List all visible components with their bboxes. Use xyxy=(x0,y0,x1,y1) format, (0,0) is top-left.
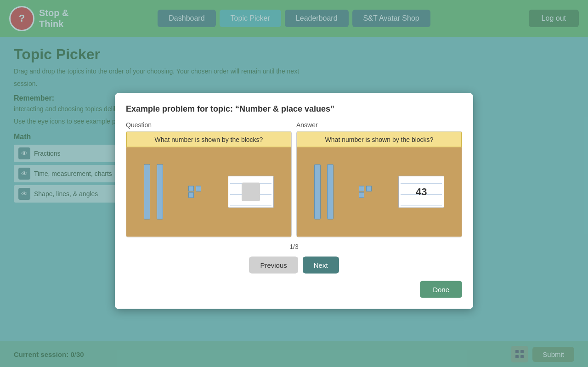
question-label: Question xyxy=(126,121,292,128)
answer-label: Answer xyxy=(296,121,462,128)
block-tall-1 xyxy=(144,164,150,220)
block-unit xyxy=(196,186,201,192)
answer-value-lines: 43 xyxy=(401,178,442,206)
block-unit xyxy=(359,186,364,192)
answer-content: 43 xyxy=(297,147,462,237)
blocks-left-group xyxy=(144,164,163,220)
question-panel-wrapper: Question What number is shown by the blo… xyxy=(126,121,292,237)
block-tall-2 xyxy=(157,164,163,220)
block-tall-4 xyxy=(327,164,334,220)
block-unit xyxy=(188,192,194,198)
question-panel: What number is shown by the blocks? xyxy=(126,131,292,237)
done-area: Done xyxy=(126,281,462,298)
answer-panel-wrapper: Answer What number is shown by the block… xyxy=(296,121,462,237)
question-bar: What number is shown by the blocks? xyxy=(126,131,291,147)
answer-placeholder-box xyxy=(242,183,260,201)
done-button[interactable]: Done xyxy=(420,281,462,298)
answer-blocks-left xyxy=(314,164,334,220)
small-blocks xyxy=(188,186,202,198)
answer-lines xyxy=(230,178,271,206)
question-content xyxy=(126,147,291,237)
example-modal: Example problem for topic: “Number & pla… xyxy=(115,93,473,309)
question-answer-box xyxy=(228,176,274,208)
block-unit xyxy=(359,192,364,198)
answer-number: 43 xyxy=(416,186,427,198)
block-unit xyxy=(188,186,194,192)
modal-nav-buttons: Previous Next xyxy=(126,256,462,273)
modal-title: Example problem for topic: “Number & pla… xyxy=(126,104,462,113)
example-panels: Question What number is shown by the blo… xyxy=(126,121,462,237)
previous-button[interactable]: Previous xyxy=(249,256,298,273)
block-tall-3 xyxy=(314,164,321,220)
pagination: 1/3 xyxy=(126,243,462,250)
answer-bar: What number is shown by the blocks? xyxy=(297,131,462,147)
answer-small-blocks xyxy=(359,186,373,198)
answer-panel: What number is shown by the blocks? xyxy=(296,131,462,237)
answer-value-box: 43 xyxy=(398,176,444,208)
block-unit xyxy=(366,186,372,192)
next-button[interactable]: Next xyxy=(303,256,339,273)
